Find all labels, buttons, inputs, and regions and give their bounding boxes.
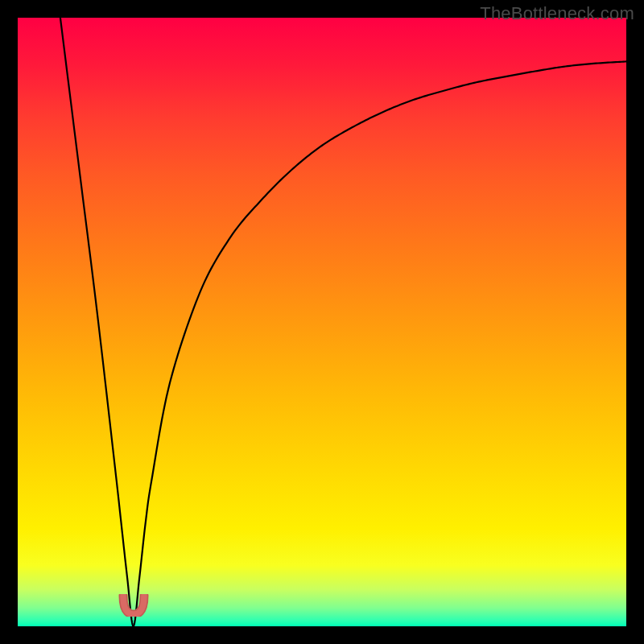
plot-area <box>18 18 626 626</box>
watermark-text: TheBottleneck.com <box>480 3 634 24</box>
chart-frame: TheBottleneck.com <box>0 0 644 644</box>
bottleneck-curve <box>18 18 626 626</box>
optimum-marker <box>118 594 149 617</box>
